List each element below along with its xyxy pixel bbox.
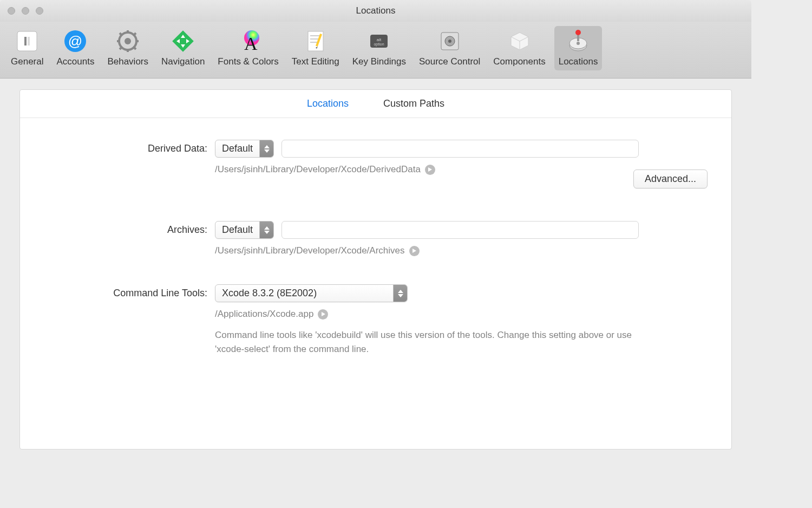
cli-tools-row: Command Line Tools: Xcode 8.3.2 (8E2002)… — [42, 284, 710, 356]
derived-data-path-input[interactable] — [281, 140, 639, 158]
svg-text:option: option — [374, 42, 384, 47]
cli-tools-label: Command Line Tools: — [42, 284, 215, 299]
locations-form: Derived Data: Default /Users/jsinh/Libra… — [20, 118, 731, 375]
window-title: Locations — [356, 5, 396, 16]
switch-icon — [14, 28, 40, 54]
tabbar: Locations Custom Paths — [20, 90, 731, 118]
svg-point-40 — [575, 30, 581, 35]
arrow-right-circle-icon[interactable] — [425, 165, 435, 175]
derived-data-value: Default — [215, 143, 259, 154]
toolbar-label: Behaviors — [107, 56, 148, 67]
svg-marker-48 — [398, 294, 403, 297]
svg-point-33 — [448, 40, 451, 43]
toolbar-navigation[interactable]: Navigation — [157, 26, 209, 70]
cli-tools-popup[interactable]: Xcode 8.3.2 (8E2002) — [215, 284, 408, 302]
toolbar-label: Key Bindings — [352, 56, 406, 67]
toolbar-label: Navigation — [161, 56, 205, 67]
toolbar-label: Locations — [559, 56, 598, 67]
chevron-up-down-icon — [393, 285, 407, 302]
toolbar-label: Accounts — [56, 56, 94, 67]
zoom-window-button[interactable] — [36, 7, 43, 15]
chevron-up-down-icon — [259, 222, 273, 238]
toolbar-behaviors[interactable]: Behaviors — [103, 26, 153, 70]
toolbar-general[interactable]: General — [6, 26, 48, 70]
toolbar-fonts-colors[interactable]: A Fonts & Colors — [213, 26, 283, 70]
toolbar-text-editing[interactable]: Text Editing — [287, 26, 344, 70]
toolbar-source-control[interactable]: Source Control — [415, 26, 484, 70]
at-sign-icon: @ — [62, 28, 88, 54]
svg-rect-2 — [28, 37, 30, 45]
svg-marker-44 — [264, 226, 270, 230]
svg-text:alt: alt — [377, 37, 382, 42]
archives-path: /Users/jsinh/Library/Developer/Xcode/Arc… — [215, 245, 405, 256]
toolbar-label: Text Editing — [292, 56, 339, 67]
svg-marker-46 — [412, 249, 416, 253]
titlebar: Locations — [0, 0, 751, 22]
archives-path-input[interactable] — [281, 221, 639, 239]
minimize-window-button[interactable] — [22, 7, 29, 15]
chevron-up-down-icon — [259, 140, 273, 157]
svg-marker-41 — [264, 145, 270, 148]
toolbar-label: General — [11, 56, 43, 67]
derived-data-popup[interactable]: Default — [215, 140, 274, 158]
traffic-lights — [0, 7, 43, 15]
font-color-icon: A — [235, 28, 261, 54]
svg-rect-1 — [24, 37, 27, 45]
svg-marker-45 — [264, 231, 270, 234]
content-panel: Locations Custom Paths Derived Data: Def… — [19, 89, 732, 450]
archives-label: Archives: — [42, 221, 215, 236]
cli-tools-description: Command line tools like 'xcodebuild' wil… — [215, 328, 637, 356]
archives-value: Default — [215, 224, 259, 236]
svg-marker-42 — [264, 149, 270, 153]
move-icon — [170, 28, 196, 54]
tab-custom-paths[interactable]: Custom Paths — [383, 95, 444, 113]
package-icon — [507, 28, 533, 54]
svg-rect-15 — [172, 30, 194, 52]
key-icon: altoption — [366, 28, 392, 54]
toolbar-accounts[interactable]: @ Accounts — [52, 26, 99, 70]
gear-icon — [115, 28, 141, 54]
toolbar-components[interactable]: Components — [489, 26, 549, 70]
derived-data-label: Derived Data: — [42, 140, 215, 154]
toolbar-key-bindings[interactable]: altoption Key Bindings — [348, 26, 410, 70]
toolbar-label: Source Control — [419, 56, 480, 67]
toolbar-label: Fonts & Colors — [218, 56, 278, 67]
archives-row: Archives: Default /Users/jsinh/Library/D… — [42, 221, 710, 256]
tab-locations[interactable]: Locations — [307, 95, 349, 113]
advanced-label: Advanced... — [645, 173, 696, 185]
svg-point-6 — [125, 38, 131, 44]
preferences-toolbar: General @ Accounts Behaviors Navigation … — [0, 22, 751, 79]
cli-tools-path: /Applications/Xcode.app — [215, 309, 313, 320]
advanced-button[interactable]: Advanced... — [633, 170, 708, 188]
svg-point-38 — [577, 42, 580, 45]
cli-tools-value: Xcode 8.3.2 (8E2002) — [215, 288, 393, 299]
archives-popup[interactable]: Default — [215, 221, 274, 239]
svg-rect-0 — [17, 31, 37, 51]
svg-text:@: @ — [68, 33, 82, 49]
arrow-right-circle-icon[interactable] — [318, 309, 328, 320]
derived-data-path: /Users/jsinh/Library/Developer/Xcode/Der… — [215, 164, 421, 175]
vault-icon — [437, 28, 463, 54]
svg-marker-43 — [428, 167, 432, 172]
text-editing-icon — [303, 28, 329, 54]
svg-marker-47 — [398, 290, 403, 293]
disk-icon — [565, 28, 591, 54]
toolbar-label: Components — [493, 56, 545, 67]
close-window-button[interactable] — [8, 7, 15, 15]
toolbar-locations[interactable]: Locations — [554, 26, 603, 70]
svg-text:A: A — [244, 34, 258, 53]
svg-marker-49 — [322, 312, 325, 316]
arrow-right-circle-icon[interactable] — [409, 246, 420, 256]
